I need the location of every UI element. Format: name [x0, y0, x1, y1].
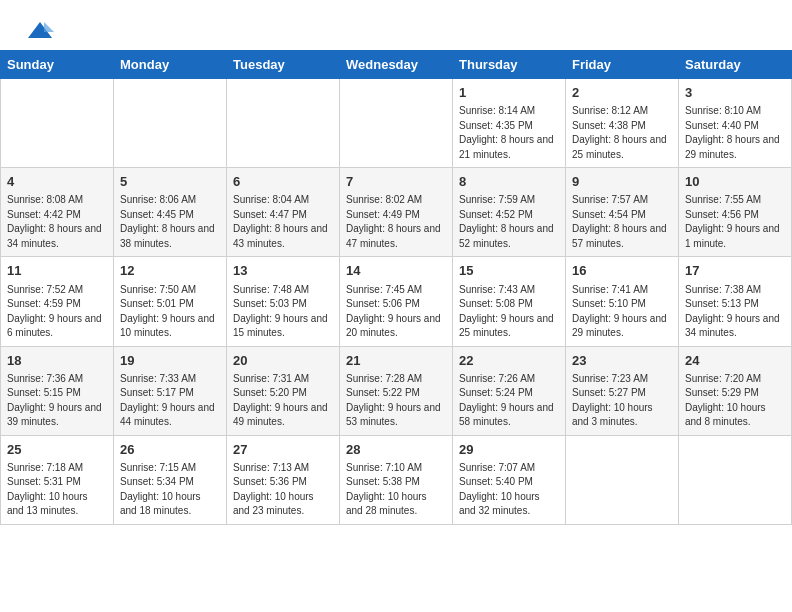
day-info: Sunrise: 7:57 AM Sunset: 4:54 PM Dayligh… — [572, 193, 672, 251]
day-info: Sunrise: 7:10 AM Sunset: 5:38 PM Dayligh… — [346, 461, 446, 519]
calendar-cell: 8Sunrise: 7:59 AM Sunset: 4:52 PM Daylig… — [453, 168, 566, 257]
day-info: Sunrise: 7:23 AM Sunset: 5:27 PM Dayligh… — [572, 372, 672, 430]
calendar-cell: 28Sunrise: 7:10 AM Sunset: 5:38 PM Dayli… — [340, 435, 453, 524]
calendar-cell: 27Sunrise: 7:13 AM Sunset: 5:36 PM Dayli… — [227, 435, 340, 524]
day-number: 26 — [120, 441, 220, 459]
day-info: Sunrise: 8:12 AM Sunset: 4:38 PM Dayligh… — [572, 104, 672, 162]
day-number: 29 — [459, 441, 559, 459]
day-number: 7 — [346, 173, 446, 191]
day-info: Sunrise: 7:20 AM Sunset: 5:29 PM Dayligh… — [685, 372, 785, 430]
day-number: 1 — [459, 84, 559, 102]
day-info: Sunrise: 7:28 AM Sunset: 5:22 PM Dayligh… — [346, 372, 446, 430]
day-info: Sunrise: 8:14 AM Sunset: 4:35 PM Dayligh… — [459, 104, 559, 162]
day-info: Sunrise: 7:07 AM Sunset: 5:40 PM Dayligh… — [459, 461, 559, 519]
day-info: Sunrise: 7:15 AM Sunset: 5:34 PM Dayligh… — [120, 461, 220, 519]
day-number: 12 — [120, 262, 220, 280]
calendar-cell: 2Sunrise: 8:12 AM Sunset: 4:38 PM Daylig… — [566, 79, 679, 168]
day-info: Sunrise: 7:33 AM Sunset: 5:17 PM Dayligh… — [120, 372, 220, 430]
calendar-cell: 4Sunrise: 8:08 AM Sunset: 4:42 PM Daylig… — [1, 168, 114, 257]
calendar-cell: 7Sunrise: 8:02 AM Sunset: 4:49 PM Daylig… — [340, 168, 453, 257]
day-info: Sunrise: 7:13 AM Sunset: 5:36 PM Dayligh… — [233, 461, 333, 519]
column-header-saturday: Saturday — [679, 51, 792, 79]
calendar-cell — [227, 79, 340, 168]
day-number: 16 — [572, 262, 672, 280]
calendar-cell: 5Sunrise: 8:06 AM Sunset: 4:45 PM Daylig… — [114, 168, 227, 257]
calendar-cell — [679, 435, 792, 524]
calendar-cell — [1, 79, 114, 168]
calendar-cell: 13Sunrise: 7:48 AM Sunset: 5:03 PM Dayli… — [227, 257, 340, 346]
day-number: 6 — [233, 173, 333, 191]
calendar-week-4: 18Sunrise: 7:36 AM Sunset: 5:15 PM Dayli… — [1, 346, 792, 435]
calendar-cell — [114, 79, 227, 168]
day-number: 24 — [685, 352, 785, 370]
day-number: 25 — [7, 441, 107, 459]
page-header — [0, 0, 792, 50]
day-number: 17 — [685, 262, 785, 280]
svg-marker-1 — [44, 22, 54, 32]
day-number: 22 — [459, 352, 559, 370]
day-number: 10 — [685, 173, 785, 191]
calendar-cell: 19Sunrise: 7:33 AM Sunset: 5:17 PM Dayli… — [114, 346, 227, 435]
calendar-week-3: 11Sunrise: 7:52 AM Sunset: 4:59 PM Dayli… — [1, 257, 792, 346]
day-number: 15 — [459, 262, 559, 280]
column-header-tuesday: Tuesday — [227, 51, 340, 79]
day-info: Sunrise: 8:10 AM Sunset: 4:40 PM Dayligh… — [685, 104, 785, 162]
day-number: 9 — [572, 173, 672, 191]
day-info: Sunrise: 7:48 AM Sunset: 5:03 PM Dayligh… — [233, 283, 333, 341]
day-number: 2 — [572, 84, 672, 102]
day-info: Sunrise: 8:04 AM Sunset: 4:47 PM Dayligh… — [233, 193, 333, 251]
day-info: Sunrise: 7:31 AM Sunset: 5:20 PM Dayligh… — [233, 372, 333, 430]
calendar-cell: 23Sunrise: 7:23 AM Sunset: 5:27 PM Dayli… — [566, 346, 679, 435]
calendar-cell: 14Sunrise: 7:45 AM Sunset: 5:06 PM Dayli… — [340, 257, 453, 346]
logo-icon — [26, 18, 54, 46]
calendar-cell — [340, 79, 453, 168]
calendar-cell: 9Sunrise: 7:57 AM Sunset: 4:54 PM Daylig… — [566, 168, 679, 257]
column-header-thursday: Thursday — [453, 51, 566, 79]
calendar-cell: 3Sunrise: 8:10 AM Sunset: 4:40 PM Daylig… — [679, 79, 792, 168]
calendar-header-row: SundayMondayTuesdayWednesdayThursdayFrid… — [1, 51, 792, 79]
day-info: Sunrise: 7:50 AM Sunset: 5:01 PM Dayligh… — [120, 283, 220, 341]
day-number: 20 — [233, 352, 333, 370]
day-number: 3 — [685, 84, 785, 102]
day-number: 27 — [233, 441, 333, 459]
calendar-week-5: 25Sunrise: 7:18 AM Sunset: 5:31 PM Dayli… — [1, 435, 792, 524]
day-info: Sunrise: 7:52 AM Sunset: 4:59 PM Dayligh… — [7, 283, 107, 341]
calendar-body: 1Sunrise: 8:14 AM Sunset: 4:35 PM Daylig… — [1, 79, 792, 525]
day-number: 21 — [346, 352, 446, 370]
calendar-cell: 12Sunrise: 7:50 AM Sunset: 5:01 PM Dayli… — [114, 257, 227, 346]
day-info: Sunrise: 7:36 AM Sunset: 5:15 PM Dayligh… — [7, 372, 107, 430]
calendar-cell: 25Sunrise: 7:18 AM Sunset: 5:31 PM Dayli… — [1, 435, 114, 524]
day-info: Sunrise: 7:18 AM Sunset: 5:31 PM Dayligh… — [7, 461, 107, 519]
column-header-sunday: Sunday — [1, 51, 114, 79]
calendar-cell: 15Sunrise: 7:43 AM Sunset: 5:08 PM Dayli… — [453, 257, 566, 346]
day-info: Sunrise: 7:45 AM Sunset: 5:06 PM Dayligh… — [346, 283, 446, 341]
day-info: Sunrise: 8:02 AM Sunset: 4:49 PM Dayligh… — [346, 193, 446, 251]
column-header-monday: Monday — [114, 51, 227, 79]
day-number: 13 — [233, 262, 333, 280]
day-number: 28 — [346, 441, 446, 459]
day-info: Sunrise: 8:08 AM Sunset: 4:42 PM Dayligh… — [7, 193, 107, 251]
calendar-cell: 29Sunrise: 7:07 AM Sunset: 5:40 PM Dayli… — [453, 435, 566, 524]
day-info: Sunrise: 7:43 AM Sunset: 5:08 PM Dayligh… — [459, 283, 559, 341]
calendar-week-2: 4Sunrise: 8:08 AM Sunset: 4:42 PM Daylig… — [1, 168, 792, 257]
calendar-cell: 22Sunrise: 7:26 AM Sunset: 5:24 PM Dayli… — [453, 346, 566, 435]
day-info: Sunrise: 7:55 AM Sunset: 4:56 PM Dayligh… — [685, 193, 785, 251]
calendar-cell: 16Sunrise: 7:41 AM Sunset: 5:10 PM Dayli… — [566, 257, 679, 346]
day-info: Sunrise: 7:26 AM Sunset: 5:24 PM Dayligh… — [459, 372, 559, 430]
day-number: 8 — [459, 173, 559, 191]
logo — [24, 18, 54, 40]
day-number: 5 — [120, 173, 220, 191]
calendar-cell: 1Sunrise: 8:14 AM Sunset: 4:35 PM Daylig… — [453, 79, 566, 168]
calendar-cell: 21Sunrise: 7:28 AM Sunset: 5:22 PM Dayli… — [340, 346, 453, 435]
calendar-cell: 11Sunrise: 7:52 AM Sunset: 4:59 PM Dayli… — [1, 257, 114, 346]
calendar-cell: 18Sunrise: 7:36 AM Sunset: 5:15 PM Dayli… — [1, 346, 114, 435]
day-number: 23 — [572, 352, 672, 370]
day-info: Sunrise: 7:41 AM Sunset: 5:10 PM Dayligh… — [572, 283, 672, 341]
day-info: Sunrise: 7:38 AM Sunset: 5:13 PM Dayligh… — [685, 283, 785, 341]
calendar-table: SundayMondayTuesdayWednesdayThursdayFrid… — [0, 50, 792, 525]
day-number: 14 — [346, 262, 446, 280]
day-number: 18 — [7, 352, 107, 370]
calendar-cell: 24Sunrise: 7:20 AM Sunset: 5:29 PM Dayli… — [679, 346, 792, 435]
calendar-week-1: 1Sunrise: 8:14 AM Sunset: 4:35 PM Daylig… — [1, 79, 792, 168]
calendar-cell — [566, 435, 679, 524]
